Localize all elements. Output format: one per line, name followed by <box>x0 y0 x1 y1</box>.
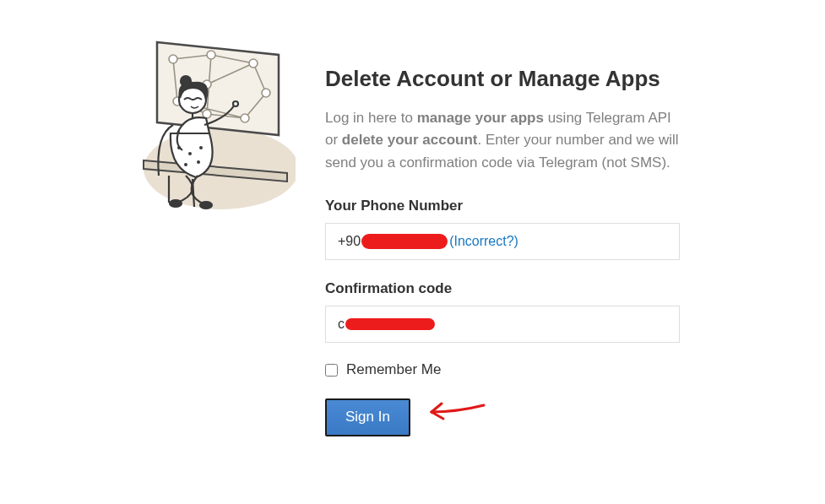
svg-point-5 <box>241 114 249 122</box>
phone-number-display: +90 (Incorrect?) <box>325 223 680 260</box>
desc-text: Log in here to <box>325 110 417 126</box>
desc-bold: delete your account <box>342 132 478 148</box>
svg-point-3 <box>249 59 258 68</box>
incorrect-link[interactable]: (Incorrect?) <box>449 234 518 249</box>
page-title: Delete Account or Manage Apps <box>325 66 680 92</box>
desc-bold: manage your apps <box>417 110 544 126</box>
svg-point-14 <box>233 101 238 106</box>
phone-prefix: +90 <box>338 234 361 249</box>
page-description: Log in here to manage your apps using Te… <box>325 107 680 174</box>
redaction-mark <box>345 318 435 330</box>
svg-point-10 <box>188 152 192 155</box>
svg-point-12 <box>184 163 187 166</box>
svg-point-11 <box>199 146 203 149</box>
redaction-mark <box>361 234 448 249</box>
svg-point-4 <box>262 89 270 97</box>
confirmation-code-input[interactable]: c <box>325 306 680 343</box>
phone-number-label: Your Phone Number <box>325 198 680 214</box>
svg-point-1 <box>169 55 177 63</box>
remember-me-label[interactable]: Remember Me <box>346 361 441 378</box>
confirmation-code-label: Confirmation code <box>325 280 680 297</box>
svg-point-17 <box>170 200 182 207</box>
illustration-column <box>127 34 304 436</box>
svg-point-16 <box>181 76 191 86</box>
code-prefix: c <box>338 317 345 332</box>
svg-point-13 <box>197 160 200 164</box>
sign-in-button[interactable]: Sign In <box>325 398 410 436</box>
svg-point-18 <box>200 202 212 209</box>
svg-point-2 <box>207 51 215 59</box>
girl-with-display-illustration <box>127 34 296 211</box>
remember-me-checkbox[interactable] <box>325 364 338 377</box>
